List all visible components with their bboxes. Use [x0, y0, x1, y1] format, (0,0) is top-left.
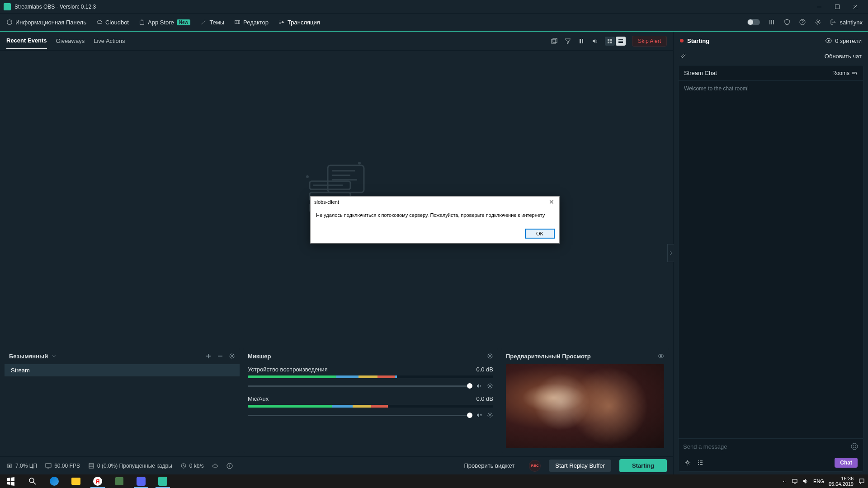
taskbar-slobs[interactable]: [152, 474, 174, 488]
nav-themes[interactable]: Темы: [199, 13, 225, 31]
dialog-close-button[interactable]: ✕: [547, 198, 556, 206]
view-grid-button[interactable]: [605, 37, 615, 46]
cloud-icon: [96, 19, 103, 25]
gear-icon[interactable]: [229, 353, 235, 359]
svg-rect-0: [817, 7, 821, 7]
rooms-dropdown[interactable]: Rooms: [832, 70, 858, 76]
nav-dashboard[interactable]: Информационная Панель: [5, 13, 87, 31]
volume-icon[interactable]: [591, 38, 599, 45]
shopping-bag-icon: [139, 19, 145, 25]
speaker-muted-icon[interactable]: [476, 412, 482, 418]
taskbar-edge[interactable]: [43, 474, 65, 488]
nav-live[interactable]: Трансляция: [278, 14, 321, 32]
events-tabs-bar: Recent Events Giveaways Live Actions Ski…: [0, 32, 673, 51]
maximize-button[interactable]: [828, 0, 846, 14]
svg-rect-18: [328, 165, 364, 192]
chat-box-title: Stream Chat: [684, 70, 717, 76]
tray-clock[interactable]: 16:36 05.04.2019: [829, 476, 854, 487]
gear-icon[interactable]: [487, 383, 493, 389]
clock-icon: [180, 463, 187, 469]
popout-icon[interactable]: [551, 38, 558, 45]
mixer-panel: Микшер Устройство воспроизведения 0.0 dB: [243, 348, 498, 453]
taskbar-explorer[interactable]: [65, 474, 87, 488]
go-live-button[interactable]: Starting: [619, 459, 667, 472]
users-icon[interactable]: [697, 459, 704, 466]
svg-point-37: [828, 40, 830, 42]
tray-chevron-icon[interactable]: [782, 479, 787, 484]
shield-icon[interactable]: [783, 19, 791, 26]
volume-slider[interactable]: [248, 415, 472, 416]
volume-slider[interactable]: [248, 385, 472, 387]
gear-icon[interactable]: [487, 353, 493, 359]
stat-fps: 60.00 FPS: [45, 463, 80, 469]
close-button[interactable]: [846, 0, 864, 14]
cloud-icon[interactable]: [212, 463, 218, 469]
night-mode-toggle[interactable]: [747, 19, 760, 25]
new-badge: New: [177, 19, 191, 25]
collapse-chat-button[interactable]: [667, 244, 674, 262]
speaker-icon[interactable]: [476, 383, 482, 389]
chat-input[interactable]: [683, 443, 847, 450]
svg-rect-43: [793, 479, 797, 483]
bars-icon[interactable]: [768, 19, 775, 26]
svg-rect-12: [610, 39, 612, 41]
audio-meter: [248, 405, 493, 408]
svg-rect-33: [46, 464, 51, 467]
nav-label: Трансляция: [288, 19, 320, 26]
minus-icon[interactable]: [217, 353, 223, 359]
stream-icon: [278, 19, 285, 25]
nav-label: Темы: [209, 19, 224, 26]
tray-notifications-icon[interactable]: [858, 478, 865, 485]
replay-buffer-button[interactable]: Start Replay Buffer: [549, 460, 611, 472]
skip-alert-button[interactable]: Skip Alert: [632, 36, 667, 47]
tray-language[interactable]: ENG: [813, 479, 824, 484]
search-button[interactable]: [22, 474, 43, 488]
tab-recent-events[interactable]: Recent Events: [6, 37, 47, 49]
svg-point-39: [853, 446, 854, 446]
svg-point-22: [307, 176, 308, 177]
dialog-body: Не удалось подключиться к потоковому сер…: [311, 207, 559, 226]
minimize-button[interactable]: [810, 0, 828, 14]
chat-send-button[interactable]: Chat: [835, 458, 858, 468]
nav-appstore[interactable]: App Store New: [138, 13, 191, 31]
test-widget-button[interactable]: Проверить виджет: [458, 460, 521, 472]
channel-db: 0.0 dB: [476, 395, 493, 402]
eye-icon[interactable]: [658, 353, 664, 359]
svg-rect-8: [553, 38, 557, 42]
tray-sound-icon[interactable]: [802, 478, 809, 484]
preview-title: Предварительный Просмотр: [506, 353, 591, 360]
chat-welcome-text: Welcome to the chat room!: [679, 81, 863, 438]
pause-icon[interactable]: [578, 38, 585, 45]
nav-editor[interactable]: Редактор: [233, 13, 269, 31]
refresh-chat-button[interactable]: Обновить чат: [825, 53, 862, 60]
edit-icon[interactable]: [680, 53, 686, 59]
tray-network-icon[interactable]: [792, 478, 798, 484]
svg-rect-13: [608, 42, 609, 43]
nav-label: Редактор: [243, 19, 269, 26]
help-icon[interactable]: [799, 19, 806, 26]
emoji-icon[interactable]: [850, 442, 859, 450]
user-menu[interactable]: salntlynx: [830, 19, 863, 26]
svg-point-40: [855, 446, 856, 446]
plus-icon[interactable]: [205, 353, 212, 359]
nav-cloudbot[interactable]: Cloudbot: [95, 13, 130, 31]
gear-icon[interactable]: [487, 412, 493, 418]
info-icon[interactable]: [226, 463, 233, 469]
taskbar-discord[interactable]: [130, 474, 152, 488]
gear-icon[interactable]: [684, 459, 691, 466]
taskbar-app[interactable]: [108, 474, 130, 488]
svg-point-24: [359, 162, 360, 164]
gear-icon[interactable]: [814, 19, 821, 26]
taskbar-yandex[interactable]: Я: [87, 474, 108, 488]
chevron-down-icon[interactable]: [52, 353, 56, 359]
scene-item[interactable]: Stream: [5, 364, 240, 376]
dialog-ok-button[interactable]: OK: [525, 229, 555, 239]
filter-icon[interactable]: [564, 38, 571, 45]
tab-giveaways[interactable]: Giveaways: [56, 38, 85, 49]
record-button[interactable]: REC: [529, 460, 541, 472]
svg-rect-16: [618, 41, 623, 42]
start-button[interactable]: [0, 474, 22, 488]
channel-name: Устройство воспроизведения: [248, 366, 328, 373]
tab-live-actions[interactable]: Live Actions: [94, 38, 125, 49]
view-list-button[interactable]: [616, 37, 626, 46]
